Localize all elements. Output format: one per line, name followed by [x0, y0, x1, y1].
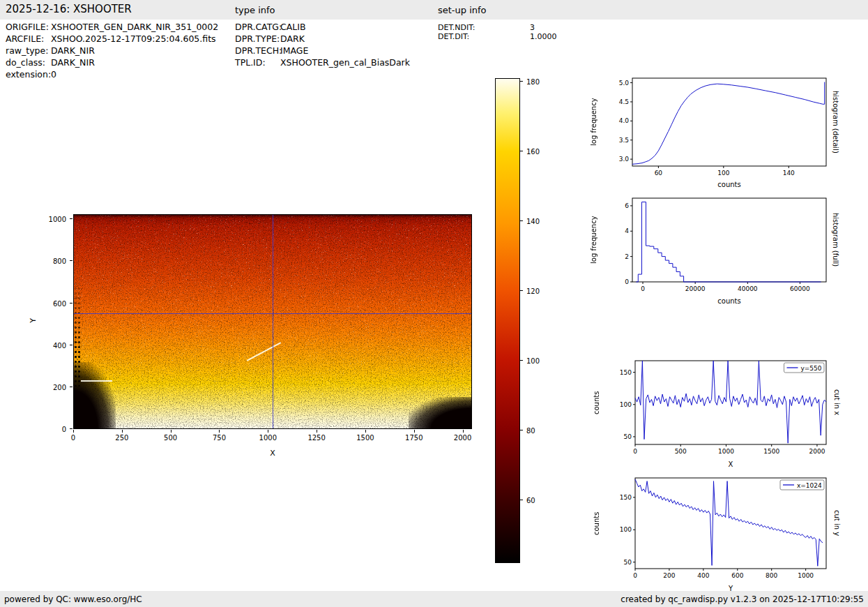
y-tick-label: 200 — [53, 383, 66, 391]
svg-text:y=550: y=550 — [801, 365, 822, 372]
x-tick-label: 0 — [71, 434, 75, 442]
info-label: ARCFILE: — [6, 33, 51, 45]
colorbar-tick-label: 140 — [526, 218, 540, 225]
y-tick-label: 800 — [53, 257, 66, 265]
type-info-row: TPL.ID:XSHOOTER_gen_cal_BiasDark — [235, 57, 410, 68]
info-label: do_class: — [6, 57, 51, 68]
info-value: 3 — [530, 23, 535, 32]
detector-y-axis-label: Y — [29, 318, 38, 323]
file-info-row: do_class:DARK_NIR — [6, 57, 218, 68]
hist-full-x-axis-label: counts — [632, 297, 826, 305]
file-info-row: ORIGFILE:XSHOOTER_GEN_DARK_NIR_351_0002 — [6, 21, 218, 33]
x-tick-label: 750 — [213, 434, 226, 442]
svg-text:500: 500 — [675, 448, 687, 455]
colorbar — [495, 78, 520, 563]
colorbar-tick-mark — [520, 360, 523, 361]
svg-text:0: 0 — [633, 448, 637, 455]
svg-text:20000: 20000 — [685, 285, 706, 292]
crosshair-horizontal-line — [74, 313, 471, 314]
svg-text:6: 6 — [625, 202, 629, 209]
hist-full-side-label: histogram (full) — [830, 198, 839, 282]
svg-text:1000: 1000 — [718, 448, 734, 455]
y-tick-mark — [70, 387, 73, 387]
svg-text:140: 140 — [783, 170, 795, 177]
setup-info-block: DET.NDIT:3 DET.DIT:1.0000 — [438, 23, 557, 41]
x-tick-mark — [414, 430, 415, 433]
type-info-row: DPR.TYPE:DARK — [235, 33, 410, 45]
dead-pixel-region-bottom-right — [409, 397, 471, 428]
type-info-row: DPR.TECH:IMAGE — [235, 45, 410, 57]
y-tick-mark — [70, 218, 73, 219]
file-info-row: ARCFILE:XSHOO.2025-12-17T09:25:04.605.fi… — [6, 33, 218, 45]
footer-right-text: created by qc_rawdisp.py v1.2.3 on 2025-… — [620, 594, 864, 604]
type-info-heading: type info — [235, 5, 275, 15]
y-tick-mark — [70, 303, 73, 304]
cut-x-x-axis-label: X — [635, 460, 826, 468]
detector-y-ticks: 02004006008001000 — [40, 214, 73, 429]
svg-text:400: 400 — [697, 572, 709, 579]
cut-in-x-chart: 050010001500200050100150y=550 — [609, 356, 831, 459]
svg-text:40000: 40000 — [738, 285, 758, 292]
y-tick-mark — [70, 428, 73, 429]
hist-detail-side-label: histogram (detail) — [830, 78, 839, 166]
svg-text:60000: 60000 — [790, 285, 810, 292]
svg-text:2000: 2000 — [809, 448, 825, 455]
svg-text:150: 150 — [620, 494, 632, 501]
header-bar: 2025-12-16: XSHOOTER type info set-up in… — [0, 0, 868, 20]
x-tick-label: 1250 — [307, 434, 325, 442]
svg-text:3.5: 3.5 — [619, 137, 629, 144]
info-value: 1.0000 — [530, 32, 557, 41]
x-tick-mark — [268, 430, 268, 433]
detector-plot — [73, 214, 472, 429]
info-label: raw_type: — [6, 45, 51, 57]
y-tick-mark — [70, 345, 73, 345]
svg-text:100: 100 — [717, 170, 729, 177]
setup-info-heading: set-up info — [438, 5, 487, 15]
svg-text:0: 0 — [633, 572, 637, 579]
cut-y-y-axis-label: counts — [593, 478, 602, 569]
svg-text:150: 150 — [620, 369, 632, 376]
x-tick-label: 250 — [115, 434, 128, 442]
colorbar-tick-mark — [520, 500, 523, 500]
svg-text:4: 4 — [625, 227, 629, 234]
svg-text:100: 100 — [620, 401, 632, 408]
x-tick-label: 1500 — [356, 434, 374, 442]
info-label: TPL.ID: — [235, 57, 280, 68]
colorbar-tick-label: 100 — [526, 357, 540, 365]
svg-text:100: 100 — [620, 526, 632, 533]
hist-detail-y-axis-label: log frequency — [590, 78, 600, 166]
hist-full-y-axis-label: log frequency — [590, 198, 600, 282]
histogram-full-chart: 02000040000600000246 — [606, 193, 831, 297]
info-value: DARK — [280, 33, 305, 44]
dead-pixel-region-bottom-left — [74, 362, 116, 428]
hist-detail-x-axis-label: counts — [632, 181, 826, 188]
svg-text:800: 800 — [766, 572, 777, 579]
svg-text:x=1024: x=1024 — [797, 482, 822, 489]
colorbar-tick-label: 60 — [526, 497, 535, 504]
info-label: DET.DIT: — [438, 32, 530, 41]
detector-artifact-line — [81, 380, 112, 382]
cut-x-y-axis-label: counts — [593, 361, 602, 444]
cut-y-side-label: cut in y — [831, 478, 841, 569]
colorbar-ticks: 6080100120140160180 — [520, 78, 551, 563]
cut-x-side-label: cut in x — [831, 361, 841, 444]
svg-text:3.0: 3.0 — [619, 156, 630, 163]
info-value: DARK_NIR — [51, 57, 95, 68]
x-tick-mark — [317, 430, 317, 433]
colorbar-tick-mark — [520, 430, 523, 430]
qc-report-page: 2025-12-16: XSHOOTER type info set-up in… — [0, 0, 868, 607]
info-label: DPR.TYPE: — [235, 33, 280, 45]
y-tick-label: 1000 — [49, 216, 66, 223]
svg-text:2: 2 — [625, 253, 629, 260]
svg-text:50: 50 — [624, 559, 632, 566]
footer-bar: powered by QC: www.eso.org/HC created by… — [0, 591, 868, 607]
info-value: DARK_NIR — [51, 45, 95, 56]
svg-text:50: 50 — [624, 433, 632, 440]
x-tick-mark — [463, 430, 464, 433]
info-label: DPR.TECH: — [235, 45, 280, 57]
svg-text:60: 60 — [655, 170, 663, 177]
x-tick-label: 1000 — [259, 434, 277, 442]
info-label: DET.NDIT: — [438, 23, 530, 32]
colorbar-tick-mark — [520, 220, 523, 221]
svg-text:4.0: 4.0 — [619, 117, 630, 124]
